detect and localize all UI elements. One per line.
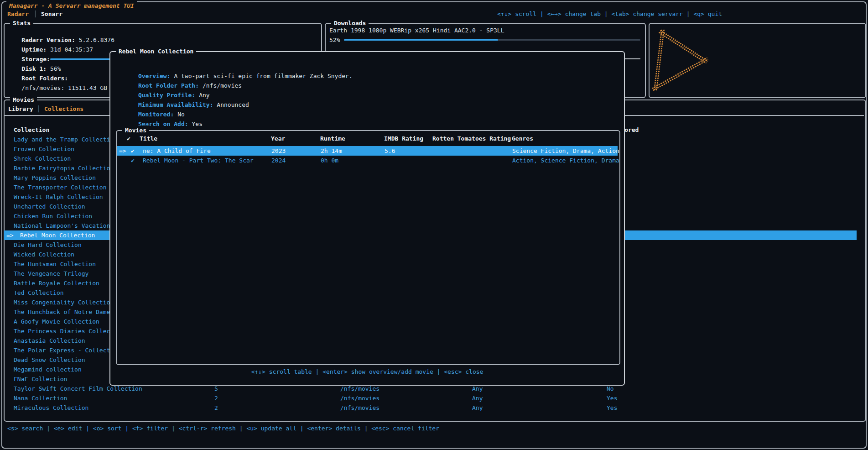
collection-name: Battle Royale Collection bbox=[14, 278, 99, 288]
modal-title: Rebel Moon Collection bbox=[116, 47, 196, 56]
collection-name: The Princess Diaries Collection bbox=[14, 326, 125, 336]
collection-row[interactable]: Nana Collection2/nfs/moviesAnyYes bbox=[4, 393, 857, 403]
check-icon: ✔ bbox=[131, 146, 135, 156]
collection-name: Mary Poppins Collection bbox=[14, 173, 96, 183]
check-icon: ✔ bbox=[131, 156, 135, 165]
movie-year: 2023 bbox=[271, 146, 286, 156]
movie-runtime: 0h 0m bbox=[321, 156, 338, 165]
movie-genres: Science Fiction, Drama, Action bbox=[512, 146, 619, 156]
collection-name: Lady and the Tramp Collection bbox=[14, 135, 117, 144]
collection-name: The Huntsman Collection bbox=[14, 259, 96, 269]
collection-name: Die Hard Collection bbox=[14, 240, 82, 250]
modal-movies-rows: =>✔ne: A Child of Fire20232h 14m5.6Scien… bbox=[117, 131, 619, 364]
collection-monitored: Yes bbox=[607, 393, 617, 403]
collection-root-folder: /nfs/movies bbox=[340, 403, 379, 413]
collection-name: Megamind collection bbox=[14, 365, 82, 374]
movie-year: 2024 bbox=[271, 156, 286, 165]
collection-monitored: Yes bbox=[607, 403, 617, 413]
collection-name: Anastasia Collection bbox=[14, 336, 85, 345]
movie-row[interactable]: =>✔ne: A Child of Fire20232h 14m5.6Scien… bbox=[117, 146, 618, 156]
collection-name: Wicked Collection bbox=[14, 250, 74, 259]
selected-row-prefix: => bbox=[119, 146, 126, 156]
collection-name: The Polar Express - Collection bbox=[14, 345, 121, 355]
collection-name: The Vengeance Trilogy bbox=[14, 269, 88, 278]
movie-imdb-rating: 5.6 bbox=[385, 146, 395, 156]
selected-row-prefix: => bbox=[6, 230, 14, 240]
search-on-add-value: Yes bbox=[188, 120, 203, 127]
modal-movies-subpanel: Movies ✔ Title Year Runtime IMDB Rating … bbox=[116, 130, 620, 365]
managarr-screen: Managarr - A Servarr management TUI Rada… bbox=[0, 0, 868, 450]
collection-name: A Goofy Movie Collection bbox=[14, 317, 99, 326]
bottom-help: <s> search | <e> edit | <o> sort | <f> f… bbox=[7, 424, 439, 433]
collection-name: FNaF Collection bbox=[14, 374, 67, 384]
collection-movie-count: 2 bbox=[214, 393, 218, 403]
collection-quality-profile: Any bbox=[472, 393, 483, 403]
collection-name: Uncharted Collection bbox=[14, 202, 85, 211]
collection-name: The Transporter Collection bbox=[14, 183, 107, 192]
movie-title: ne: A Child of Fire bbox=[143, 146, 211, 156]
collection-details-modal: Rebel Moon Collection Overview:A two-par… bbox=[109, 51, 625, 386]
movie-genres: Action, Science Fiction, Drama bbox=[512, 156, 619, 165]
collection-name: Rebel Moon Collection bbox=[20, 230, 95, 240]
movie-row[interactable]: ✔Rebel Moon - Part Two: The Scar20240h 0… bbox=[117, 156, 618, 165]
movie-runtime: 2h 14m bbox=[321, 146, 342, 156]
collection-root-folder: /nfs/movies bbox=[340, 393, 379, 403]
movie-title: Rebel Moon - Part Two: The Scar bbox=[143, 156, 254, 165]
collection-name: Barbie Fairytopia Collection bbox=[14, 163, 114, 173]
collection-name: Nana Collection bbox=[14, 393, 67, 403]
collection-name: Miraculous Collection bbox=[14, 403, 88, 413]
collection-name: Dead Snow Collection bbox=[14, 355, 85, 365]
collection-name: Ted Collection bbox=[14, 288, 64, 298]
collection-quality-profile: Any bbox=[472, 403, 483, 413]
collection-name: Frozen Collection bbox=[14, 144, 74, 154]
collection-name: Shrek Collection bbox=[14, 154, 71, 163]
collection-name: Chicken Run Collection bbox=[14, 211, 92, 221]
collection-name: Miss Congeniality Collection bbox=[14, 298, 114, 307]
modal-help: <↑↓> scroll table | <enter> show overvie… bbox=[110, 367, 624, 377]
collection-row[interactable]: Miraculous Collection2/nfs/moviesAnyYes bbox=[4, 403, 857, 413]
minimum-availability-value: Announced bbox=[213, 101, 249, 108]
collection-movie-count: 2 bbox=[214, 403, 218, 413]
collection-name: Wreck-It Ralph Collection bbox=[14, 192, 103, 202]
